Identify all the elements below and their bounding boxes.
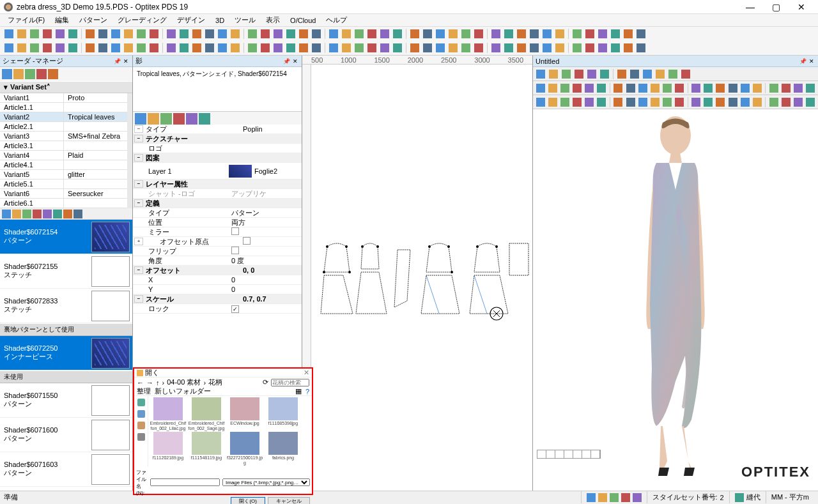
shut-logo-value[interactable]: アップリケ	[229, 189, 302, 199]
toolbar-button-icon[interactable]	[435, 28, 446, 40]
expand-icon[interactable]: +	[134, 238, 143, 245]
menu-edit[interactable]: 編集	[50, 14, 74, 26]
toolbar-button-icon[interactable]	[739, 96, 750, 108]
variant-row[interactable]: Article4.1	[0, 160, 127, 170]
filter-select[interactable]: Image Files (*.bmp;*.jpg;*.png…	[222, 478, 310, 486]
seam-icon[interactable]	[735, 493, 744, 502]
toolbar-button-icon[interactable]	[793, 82, 804, 94]
toolbar-button-icon[interactable]	[42, 28, 53, 40]
y-value[interactable]: 0	[229, 286, 302, 293]
toolbar-button-icon[interactable]	[547, 96, 558, 108]
variant-row[interactable]: Article2.1	[0, 122, 127, 132]
toolbar-button-icon[interactable]	[584, 96, 595, 108]
offset-value[interactable]: 0, 0	[240, 266, 302, 274]
file-item[interactable]: f111548119.jpg	[188, 432, 225, 465]
variant-set-header[interactable]: ▾ Variant Set ˄	[0, 81, 132, 93]
pc-icon[interactable]	[137, 433, 145, 441]
toolbar-button-icon[interactable]	[529, 28, 540, 40]
toolbar-button-icon[interactable]	[285, 42, 297, 54]
shader-item[interactable]: Shader$6071550パターン	[0, 383, 132, 418]
toolbar-button-icon[interactable]	[110, 42, 121, 54]
toolbar-button-icon[interactable]	[554, 42, 566, 54]
shader-link-icon[interactable]	[53, 210, 62, 218]
menu-pattern[interactable]: パターン	[74, 14, 112, 26]
toolbar-button-icon[interactable]	[473, 42, 484, 54]
toolbar-button-icon[interactable]	[571, 28, 583, 40]
shader-item[interactable]: Shader$6071603パターン	[0, 452, 132, 487]
toolbar-button-icon[interactable]	[229, 42, 241, 54]
help-icon[interactable]: ?	[305, 388, 309, 395]
toolbar-button-icon[interactable]	[625, 96, 636, 108]
toolbar-button-icon[interactable]	[503, 28, 514, 40]
toolbar-button-icon[interactable]	[341, 42, 352, 54]
layer-thumb-icon[interactable]	[229, 165, 252, 178]
variant-row[interactable]: Article6.1	[0, 199, 127, 208]
toolbar-button-icon[interactable]	[247, 42, 258, 54]
view-mode-icon[interactable]: ▦	[295, 387, 302, 395]
toolbar-button-icon[interactable]	[654, 68, 666, 80]
file-item[interactable]: ECWindow.jpg	[226, 397, 263, 431]
dialog-close-icon[interactable]: ✕	[304, 369, 309, 377]
shader-item[interactable]: Shader$6072250インナーピース	[0, 336, 132, 370]
shader-item[interactable]: Shader$6072833ステッチ	[0, 289, 132, 323]
toolbar-button-icon[interactable]	[447, 42, 459, 54]
toolbar-button-icon[interactable]	[422, 28, 433, 40]
breadcrumb-2[interactable]: 花柄	[208, 378, 222, 387]
toolbar-button-icon[interactable]	[379, 28, 390, 40]
pager[interactable]	[537, 450, 601, 459]
toolbar-button-icon[interactable]	[599, 68, 610, 80]
toolbar-button-icon[interactable]	[715, 96, 726, 108]
toolbar-button-icon[interactable]	[715, 82, 726, 94]
file-item[interactable]: Embroidered_Chiffon_002_Lilac.jpg	[150, 397, 187, 431]
toolbar-button-icon[interactable]	[366, 28, 378, 40]
toolbar-button-icon[interactable]	[691, 82, 702, 94]
toolbar-button-icon[interactable]	[703, 82, 714, 94]
tshirt-rotate-icon[interactable]	[13, 69, 24, 79]
toolbar-button-icon[interactable]	[635, 28, 647, 40]
toolbar-button-icon[interactable]	[584, 28, 596, 40]
menu-grading[interactable]: グレーディング	[112, 14, 172, 26]
menu-3d[interactable]: 3D	[210, 15, 229, 26]
expand-icon[interactable]: −	[134, 295, 143, 303]
toolbar-button-icon[interactable]	[535, 96, 546, 108]
menu-view[interactable]: 表示	[261, 14, 285, 26]
toolbar-button-icon[interactable]	[123, 28, 134, 40]
back-icon[interactable]: ←	[137, 379, 144, 386]
toolbar-button-icon[interactable]	[635, 42, 647, 54]
toolbar-button-icon[interactable]	[54, 42, 66, 54]
search-input[interactable]	[271, 379, 309, 386]
toolbar-button-icon[interactable]	[584, 42, 596, 54]
shader-add-icon[interactable]	[2, 210, 11, 218]
tshirt-icon[interactable]	[2, 69, 12, 79]
toolbar-button-icon[interactable]	[29, 42, 40, 54]
tshirt-add-icon[interactable]	[25, 69, 35, 79]
toolbar-button-icon[interactable]	[135, 42, 147, 54]
toolbar-button-icon[interactable]	[661, 82, 672, 94]
toolbar-button-icon[interactable]	[379, 42, 390, 54]
flip-checkbox[interactable]	[231, 247, 239, 254]
maximize-button[interactable]: ▢	[763, 0, 789, 14]
close-button[interactable]: ✕	[789, 0, 814, 14]
toolbar-button-icon[interactable]	[447, 28, 459, 40]
expand-icon[interactable]: −	[134, 199, 143, 207]
toolbar-button-icon[interactable]	[97, 42, 109, 54]
toolbar-button-icon[interactable]	[596, 96, 607, 108]
toolbar-button-icon[interactable]	[353, 42, 365, 54]
toolbar-button-icon[interactable]	[409, 28, 421, 40]
shader-item[interactable]: Shader$6072155ステッチ	[0, 254, 132, 289]
expand-icon[interactable]: −	[134, 154, 143, 162]
pin-icon[interactable]: 📌	[799, 58, 806, 65]
toolbar-button-icon[interactable]	[613, 82, 624, 94]
toolbar-button-icon[interactable]	[637, 82, 648, 94]
toolbar-button-icon[interactable]	[272, 28, 284, 40]
expand-icon[interactable]: −	[134, 135, 143, 142]
prop-btn6-icon[interactable]	[199, 113, 210, 125]
filename-input[interactable]	[150, 478, 220, 486]
variant-row[interactable]: Variant1Proto	[0, 93, 127, 103]
toolbar-button-icon[interactable]	[674, 96, 685, 108]
status-icon-4[interactable]	[621, 493, 630, 502]
position-value[interactable]: 両方	[229, 218, 302, 227]
type-value[interactable]: Poplin	[240, 125, 302, 133]
up-icon[interactable]: ↑	[156, 379, 160, 386]
toolbar-button-icon[interactable]	[298, 42, 309, 54]
